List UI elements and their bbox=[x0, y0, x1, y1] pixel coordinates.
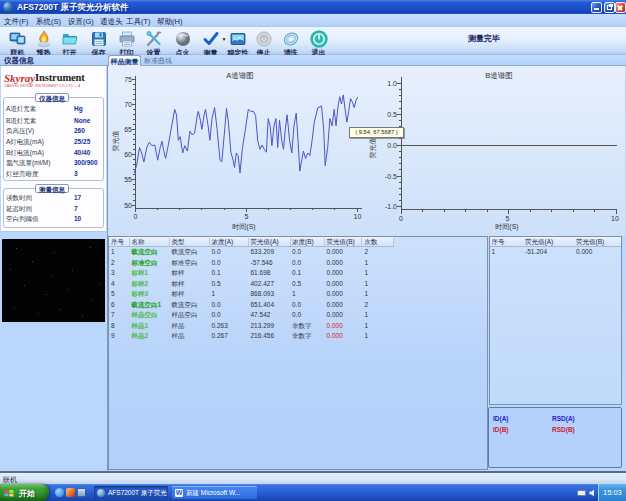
svg-text:0.0: 0.0 bbox=[387, 142, 397, 149]
svg-text:A道谱图: A道谱图 bbox=[226, 71, 254, 80]
svg-text:0: 0 bbox=[399, 215, 403, 222]
svg-text:75: 75 bbox=[124, 76, 132, 83]
svg-text:50: 50 bbox=[124, 202, 132, 209]
svg-text:5: 5 bbox=[245, 213, 249, 220]
svg-text:0.5: 0.5 bbox=[387, 111, 397, 118]
svg-text:B道谱图: B道谱图 bbox=[485, 71, 513, 80]
svg-text:55: 55 bbox=[124, 176, 132, 183]
svg-text:-1.0: -1.0 bbox=[385, 203, 397, 210]
svg-text:时间(S): 时间(S) bbox=[495, 223, 518, 231]
svg-text:60: 60 bbox=[124, 151, 132, 158]
svg-text:5: 5 bbox=[506, 215, 510, 222]
svg-text:0: 0 bbox=[134, 213, 138, 220]
svg-text:-0.5: -0.5 bbox=[385, 173, 397, 180]
svg-text:65: 65 bbox=[124, 126, 132, 133]
svg-text:1.0: 1.0 bbox=[387, 80, 397, 87]
svg-text:荧光值: 荧光值 bbox=[112, 131, 120, 152]
svg-text:时间(S): 时间(S) bbox=[232, 223, 255, 231]
svg-text:荧光值: 荧光值 bbox=[369, 138, 377, 159]
svg-text:10: 10 bbox=[354, 213, 362, 220]
svg-text:70: 70 bbox=[124, 101, 132, 108]
svg-text:10: 10 bbox=[611, 215, 619, 222]
